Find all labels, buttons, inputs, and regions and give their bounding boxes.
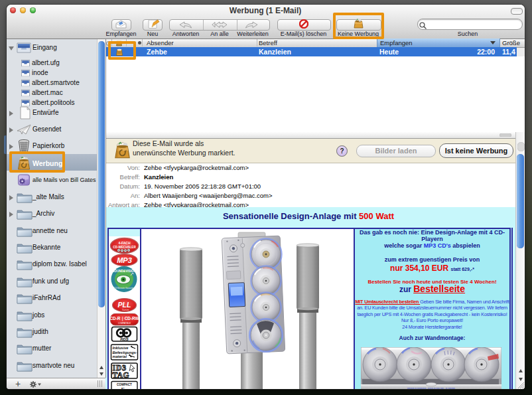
svg-text:4-FACH: 4-FACH [118, 241, 130, 245]
svg-text:COMPATIBLE: COMPATIBLE [118, 322, 131, 325]
svg-text:material: material [113, 355, 127, 358]
svg-text:SOUND&VISION: SOUND&VISION [112, 270, 136, 273]
svg-text:Inklusive: Inklusive [113, 346, 129, 350]
svg-text:Befestigungs-: Befestigungs- [113, 351, 137, 355]
svg-text:CD-WECHSLER: CD-WECHSLER [113, 246, 136, 249]
svg-text:mmmm m mmmmm - mmm m mm mm - m: mmmm m mmmmm - mmm m mm mm - m mmmm [407, 387, 455, 389]
svg-text:MP3: MP3 [117, 256, 132, 264]
svg-text:Tuner: Tuner [121, 308, 129, 311]
svg-text:24 Monate Garantie: 24 Monate Garantie [114, 287, 134, 289]
svg-text:RDS: RDS [120, 337, 129, 341]
svg-text:CD-R｜CD-RW: CD-R｜CD-RW [109, 316, 139, 321]
svg-text:TAG: TAG [113, 371, 130, 379]
svg-text:disc: disc [119, 386, 129, 389]
